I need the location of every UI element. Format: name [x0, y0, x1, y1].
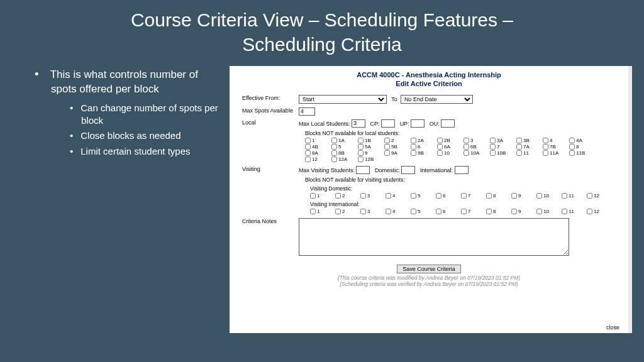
international-input[interactable]: [455, 166, 469, 174]
effective-from-select[interactable]: Start: [299, 95, 387, 104]
bullet-pane: This is what controls number of spots of…: [35, 66, 230, 333]
close-link[interactable]: close: [606, 324, 619, 331]
block-checkbox[interactable]: 6B: [464, 144, 489, 150]
criteria-notes-textarea[interactable]: [299, 218, 569, 256]
modified-note: (This course criteria was modified by An…: [242, 275, 616, 288]
block-checkbox[interactable]: 2: [335, 209, 359, 214]
cp-input[interactable]: [381, 119, 395, 128]
block-checkbox[interactable]: 12A: [331, 156, 357, 162]
max-local-label: Max Local Students:: [299, 120, 350, 126]
block-checkbox[interactable]: 3: [360, 209, 384, 214]
block-checkbox[interactable]: 11A: [543, 150, 568, 156]
block-checkbox[interactable]: 8: [486, 209, 510, 214]
max-visiting-input[interactable]: [356, 166, 370, 174]
block-checkbox[interactable]: 6: [436, 193, 460, 199]
block-checkbox[interactable]: 2B: [437, 138, 462, 143]
block-checkbox[interactable]: 8: [486, 193, 510, 199]
panel-title: ACCM 4000C - Anesthesia Acting Internshi…: [242, 71, 616, 89]
block-checkbox[interactable]: 4B: [305, 144, 330, 150]
max-visiting-label: Max Visiting Students:: [299, 167, 355, 173]
block-checkbox[interactable]: 2A: [411, 138, 436, 143]
block-checkbox[interactable]: 3: [464, 138, 489, 143]
block-checkbox[interactable]: 11B: [569, 150, 594, 156]
block-checkbox[interactable]: 5: [411, 209, 435, 214]
max-spots-input[interactable]: [299, 107, 315, 116]
block-checkbox[interactable]: 11: [516, 150, 541, 156]
bullet-sub: Limit certain student types: [81, 145, 218, 158]
block-checkbox[interactable]: 5: [331, 144, 357, 150]
block-checkbox[interactable]: 5B: [384, 144, 409, 150]
block-checkbox[interactable]: 7: [461, 209, 485, 214]
block-checkbox[interactable]: 10A: [464, 150, 489, 156]
block-checkbox[interactable]: 12: [587, 193, 611, 199]
block-checkbox[interactable]: 12: [305, 156, 330, 162]
block-checkbox[interactable]: 3B: [516, 138, 541, 143]
block-checkbox[interactable]: 1A: [331, 138, 357, 143]
block-checkbox[interactable]: 2: [384, 138, 409, 143]
block-checkbox[interactable]: 12: [587, 209, 611, 214]
local-label: Local: [242, 119, 299, 126]
block-checkbox[interactable]: 5A: [358, 144, 383, 150]
bullet-sub: Can change number of spots per block: [81, 102, 218, 128]
block-checkbox[interactable]: 7A: [516, 144, 541, 150]
block-checkbox[interactable]: 9B: [411, 150, 436, 156]
to-label: To: [391, 96, 397, 102]
block-checkbox[interactable]: 10: [437, 150, 462, 156]
block-checkbox[interactable]: 8: [569, 144, 594, 150]
block-checkbox[interactable]: 1: [310, 193, 334, 199]
block-checkbox[interactable]: 3A: [490, 138, 515, 143]
block-checkbox[interactable]: 5: [411, 193, 435, 199]
up-input[interactable]: [411, 119, 425, 128]
bullet-main: This is what controls number of spots of…: [51, 66, 218, 158]
block-checkbox[interactable]: 4: [386, 209, 409, 214]
block-checkbox[interactable]: 6: [411, 144, 436, 150]
block-checkbox[interactable]: 6: [436, 209, 460, 214]
criteria-panel: ACCM 4000C - Anesthesia Acting Internshi…: [230, 66, 632, 333]
block-checkbox[interactable]: 11: [562, 193, 586, 199]
block-checkbox[interactable]: 6A: [437, 144, 462, 150]
block-checkbox[interactable]: 7: [461, 193, 485, 199]
block-checkbox[interactable]: 3: [360, 193, 384, 199]
local-blocks-grid: 11A1B22A2B33A3B44A4B55A5B66A6B77A7B88A8B…: [299, 138, 616, 162]
block-checkbox[interactable]: 12B: [358, 156, 383, 162]
block-checkbox[interactable]: 8B: [331, 150, 357, 156]
visiting-label: Visiting: [242, 166, 299, 172]
visiting-domestic-grid: 123456789101112: [299, 193, 616, 199]
block-checkbox[interactable]: 8A: [305, 150, 330, 156]
block-checkbox[interactable]: 10: [536, 193, 560, 199]
block-checkbox[interactable]: 7: [490, 144, 515, 150]
max-local-input[interactable]: [352, 119, 365, 128]
block-checkbox[interactable]: 4A: [569, 138, 594, 143]
slide-title: Course Criteria View – Scheduling Featur…: [0, 0, 644, 57]
block-checkbox[interactable]: 1: [305, 138, 330, 143]
block-checkbox[interactable]: 1: [310, 209, 334, 214]
blocks-visiting-heading: Blocks NOT available for visiting studen…: [299, 177, 616, 183]
save-button[interactable]: Save Course Criteria: [397, 265, 461, 273]
block-checkbox[interactable]: 1B: [358, 138, 383, 143]
block-checkbox[interactable]: 9: [511, 193, 535, 199]
block-checkbox[interactable]: 10: [536, 209, 560, 214]
effective-to-select[interactable]: No End Date: [401, 95, 473, 104]
block-checkbox[interactable]: 9: [358, 150, 383, 156]
block-checkbox[interactable]: 9A: [384, 150, 409, 156]
block-checkbox[interactable]: 2: [335, 193, 359, 199]
visiting-intl-grid: 123456789101112: [299, 209, 616, 214]
block-checkbox[interactable]: 4: [543, 138, 568, 143]
block-checkbox[interactable]: 4: [386, 193, 409, 199]
bullet-sub: Close blocks as needed: [81, 129, 218, 142]
block-checkbox[interactable]: 10B: [490, 150, 515, 156]
notes-label: Criteria Notes: [242, 218, 299, 224]
max-spots-label: Max Spots Available: [242, 107, 299, 114]
ou-input[interactable]: [441, 119, 455, 128]
domestic-input[interactable]: [401, 166, 415, 174]
effective-from-label: Effective From:: [242, 95, 299, 101]
block-checkbox[interactable]: 9: [511, 209, 535, 214]
block-checkbox[interactable]: 11: [562, 209, 586, 214]
blocks-local-heading: Blocks NOT available for local students:: [299, 130, 616, 136]
block-checkbox[interactable]: 7B: [543, 144, 568, 150]
